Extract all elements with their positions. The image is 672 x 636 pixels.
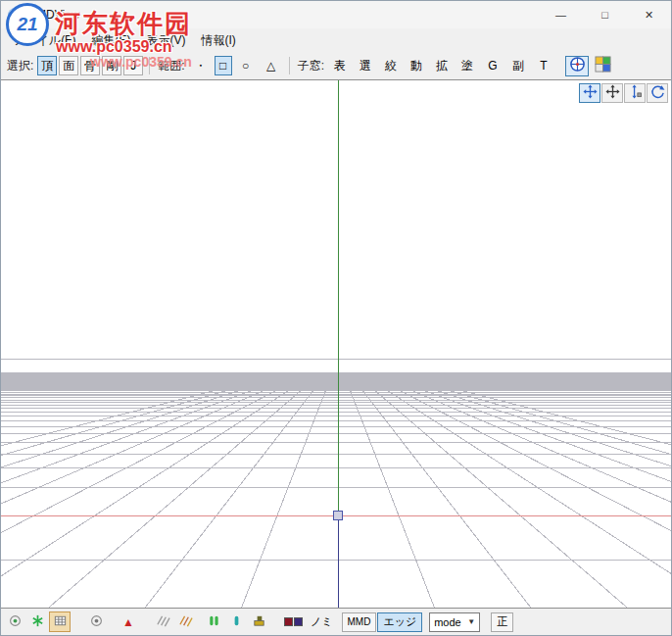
move-arrows-icon [605,84,620,103]
nomi-label: ノミ [311,614,333,629]
pan-arrows-icon [583,84,598,103]
grid-table-icon [53,613,68,630]
subwindow-hyou-button[interactable]: 表 [328,56,352,75]
close-button[interactable]: ✕ [627,1,671,28]
quad-view-button[interactable] [591,56,614,76]
range-square-button[interactable]: □ [215,56,232,75]
green-asterisk-icon [30,613,45,630]
select-rigid-button[interactable]: 剛 [102,56,121,75]
subwindow-nuri-button[interactable]: 塗 [456,56,479,75]
select-vertex-button[interactable]: 頂 [37,56,57,75]
bottombar: ▲ [1,608,671,635]
rotate-view-button[interactable] [647,83,668,103]
mode-dropdown-value: mode [434,616,461,628]
menu-edit[interactable]: 編集(E) [83,29,138,52]
app-window: PMDView — □ ✕ ファイル(F) 編集(E) 表示(V) 情報(I) … [0,0,672,636]
axis-view-button[interactable] [565,56,589,76]
subwindow-dou-button[interactable]: 動 [405,56,428,75]
grid-toggle[interactable] [49,612,71,632]
gray-hatch-icon [156,613,170,630]
red-triangle-icon: ▲ [122,616,134,628]
minimize-button[interactable]: — [539,1,583,28]
mode-dropdown[interactable]: mode ▼ [429,612,480,632]
yellow-dark-icon [252,613,266,630]
chevron-down-icon: ▼ [467,617,475,626]
move-view-button[interactable] [601,83,623,103]
subwindow-shibo-button[interactable]: 絞 [379,56,403,75]
mmd-mode-button[interactable]: MMD [342,612,377,632]
subwindow-kaku-button[interactable]: 拡 [430,56,454,75]
viewport-nav [579,83,668,103]
toolbar: 選択: 頂 面 骨 剛 J 範囲: ・ □ ○ △ 子窓: 表 選 絞 動 拡 … [1,52,671,80]
toolbar-separator [289,57,290,74]
orange-hatch-icon [178,613,193,630]
dot-circle-toggle[interactable] [85,612,107,632]
menu-view[interactable]: 表示(V) [138,29,193,52]
subwindow-g-button[interactable]: G [481,56,504,75]
rotate-arrow-icon [650,84,665,103]
purple-color-swatch [294,617,303,626]
menubar: ファイル(F) 編集(E) 表示(V) 情報(I) [1,28,671,52]
select-bone-button[interactable]: 骨 [80,56,100,75]
teal-bar-toggle[interactable] [225,612,247,632]
range-circle-button[interactable]: ○ [234,56,258,75]
viewport-canvas[interactable] [1,80,671,608]
menu-file[interactable]: ファイル(F) [5,29,83,52]
select-label: 選択: [7,58,33,74]
material-color-button[interactable] [282,612,304,632]
viewport [1,80,671,608]
subwindow-t-button[interactable]: T [532,56,555,75]
hatch-gray-toggle[interactable] [152,612,173,632]
green-bars-toggle[interactable] [203,612,224,632]
app-icon [8,8,23,23]
subwindow-fuku-button[interactable]: 副 [506,56,530,75]
circle-dot-icon [8,613,23,630]
axis-circle-icon [569,56,586,75]
select-joint-button[interactable]: J [123,56,143,75]
asterisk-toggle[interactable] [26,612,48,632]
hatch-color-toggle[interactable] [174,612,196,632]
front-view-button[interactable]: 正 [491,612,513,632]
gray-circle-dot-icon [89,613,104,630]
physics-toggle[interactable] [248,612,269,632]
titlebar: PMDView — □ ✕ [1,1,671,28]
teal-bar-icon [229,613,244,630]
menu-info[interactable]: 情報(I) [193,29,243,52]
edge-toggle-button[interactable]: エッジ [377,612,422,632]
zoom-arrows-icon [628,84,643,103]
range-label: 範囲: [158,58,184,74]
subwindow-label: 子窓: [298,58,324,74]
red-color-swatch [284,617,293,626]
triangle-toggle[interactable]: ▲ [118,612,139,632]
window-title: PMDView [28,8,79,22]
circle-dot-toggle[interactable] [4,612,25,632]
maximize-button[interactable]: □ [583,1,627,28]
range-triangle-button[interactable]: △ [260,56,283,75]
toolbar-separator [149,57,150,74]
select-face-button[interactable]: 面 [59,56,78,75]
material-color-swatch [284,617,303,626]
origin-cube [333,511,342,519]
green-bars-icon [207,613,221,630]
subwindow-sen-button[interactable]: 選 [354,56,377,75]
range-dot-button[interactable]: ・ [189,56,213,75]
zoom-view-button[interactable] [624,83,646,103]
quad-view-icon [595,56,611,75]
pan-view-button[interactable] [579,83,600,103]
